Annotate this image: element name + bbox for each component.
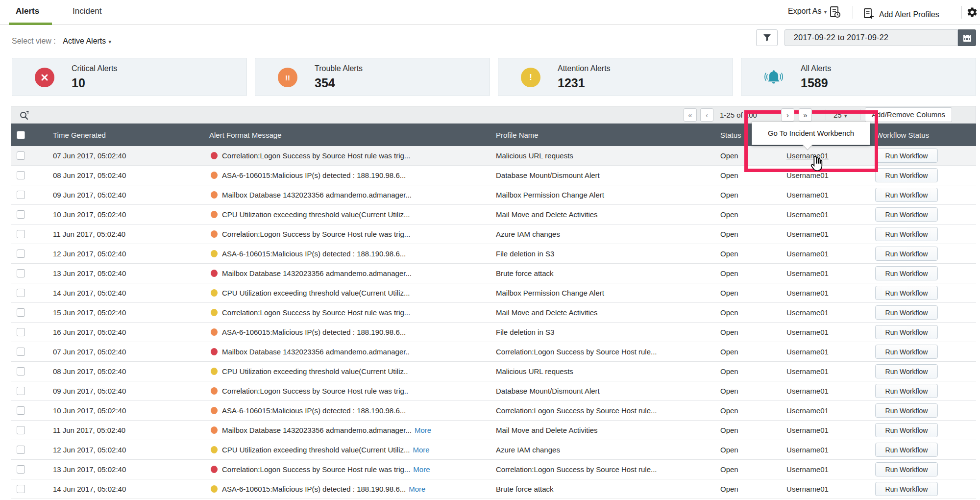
pagination-next-button[interactable]: › [781, 108, 794, 122]
technician-link[interactable]: Username01 [786, 191, 829, 199]
profile-name-cell: Azure IAM changes [492, 230, 715, 238]
row-checkbox[interactable] [17, 171, 25, 179]
alert-summary-cards: Critical Alerts 10 !! Trouble Alerts 354… [12, 58, 976, 96]
row-checkbox[interactable] [17, 367, 25, 375]
row-checkbox[interactable] [17, 230, 25, 238]
card-attention-alerts[interactable]: ! Attention Alerts 1231 [498, 58, 733, 96]
column-header-profile-name[interactable]: Profile Name [492, 131, 715, 139]
technician-link[interactable]: Username01 [786, 328, 829, 336]
calendar-button[interactable] [958, 29, 976, 46]
pagination-last-button[interactable]: » [799, 108, 812, 122]
export-as-button[interactable]: Export As▾ [788, 7, 827, 16]
run-workflow-button[interactable]: Run Workflow [875, 462, 938, 476]
tab-incident[interactable]: Incident [73, 6, 102, 16]
technician-link[interactable]: Username01 [786, 485, 829, 493]
run-workflow-button[interactable]: Run Workflow [875, 482, 938, 496]
run-workflow-button[interactable]: Run Workflow [875, 286, 938, 300]
row-checkbox[interactable] [17, 348, 25, 356]
row-checkbox[interactable] [17, 465, 25, 474]
status-cell: Open [715, 465, 755, 474]
row-checkbox[interactable] [17, 151, 25, 160]
divider [826, 109, 826, 120]
run-workflow-button[interactable]: Run Workflow [875, 149, 938, 163]
technician-link[interactable]: Username01 [786, 446, 829, 454]
row-checkbox[interactable] [17, 210, 25, 219]
technician-link[interactable]: Username01 [786, 308, 829, 317]
card-all-alerts[interactable]: All Alerts 1589 [741, 58, 976, 96]
search-icon[interactable] [18, 109, 31, 124]
row-checkbox[interactable] [17, 269, 25, 277]
alert-message-text: Mailbox Database 1432023356 admandemo.ad… [222, 191, 412, 199]
view-selector-value[interactable]: Active Alerts▾ [63, 37, 111, 45]
technician-link[interactable]: Username01 [786, 171, 829, 179]
run-workflow-button[interactable]: Run Workflow [875, 443, 938, 457]
run-workflow-button[interactable]: Run Workflow [875, 423, 938, 437]
pagination-prev-button[interactable]: ‹ [700, 108, 713, 122]
more-link[interactable]: More [409, 485, 425, 493]
more-link[interactable]: More [415, 426, 431, 434]
run-workflow-button[interactable]: Run Workflow [875, 247, 938, 261]
row-checkbox[interactable] [17, 328, 25, 336]
add-alert-profiles-button[interactable]: Add Alert Profiles [862, 7, 939, 20]
severity-dot-attention [211, 309, 218, 316]
run-workflow-button[interactable]: Run Workflow [875, 345, 938, 359]
alert-message-cell: CPU Utilization exceeding threshold valu… [199, 210, 492, 219]
run-workflow-button[interactable]: Run Workflow [875, 384, 938, 398]
technician-link[interactable]: Username01 [786, 151, 829, 160]
divider [860, 109, 860, 120]
pagination-first-button[interactable]: « [684, 108, 697, 122]
run-workflow-button[interactable]: Run Workflow [875, 227, 938, 241]
row-checkbox[interactable] [17, 289, 25, 297]
technician-link[interactable]: Username01 [786, 230, 829, 238]
alert-message-cell: ASA-6-106015:Malicious IP(s) detected : … [199, 328, 492, 336]
more-link[interactable]: More [413, 465, 430, 474]
technician-link[interactable]: Username01 [786, 269, 829, 277]
technician-link[interactable]: Username01 [786, 465, 829, 474]
page-size-dropdown[interactable]: 25▾ [833, 111, 847, 119]
technician-link[interactable]: Username01 [786, 210, 829, 219]
run-workflow-button[interactable]: Run Workflow [875, 325, 938, 339]
date-range-input[interactable]: 2017-09-22 to 2017-09-22 [784, 29, 958, 46]
run-workflow-button[interactable]: Run Workflow [875, 207, 938, 222]
profile-name-cell: Correlation:Logon Success by Source Host… [492, 348, 715, 356]
technician-link[interactable]: Username01 [786, 367, 829, 375]
run-workflow-button[interactable]: Run Workflow [875, 188, 938, 202]
time-generated-cell: 08 Jun 2017, 05:02:40 [42, 367, 199, 375]
row-checkbox[interactable] [17, 387, 25, 395]
column-header-time-generated[interactable]: Time Generated [42, 131, 199, 139]
row-checkbox[interactable] [17, 406, 25, 415]
status-cell: Open [715, 289, 755, 297]
profile-name-cell: Database Mount/Dismount Alert [492, 387, 715, 395]
row-checkbox[interactable] [17, 191, 25, 199]
add-remove-columns-button[interactable]: Add/Remove Columns [865, 107, 952, 122]
technician-link[interactable]: Username01 [786, 348, 829, 356]
column-header-alert-format-message[interactable]: Alert Format Message [199, 131, 492, 139]
more-link[interactable]: More [413, 446, 430, 454]
technician-link[interactable]: Username01 [786, 289, 829, 297]
run-workflow-button[interactable]: Run Workflow [875, 364, 938, 378]
severity-dot-trouble [211, 211, 218, 218]
run-workflow-button[interactable]: Run Workflow [875, 403, 938, 418]
technician-link[interactable]: Username01 [786, 250, 829, 258]
row-checkbox[interactable] [17, 426, 25, 434]
filter-button[interactable] [756, 29, 778, 46]
scheduled-export-icon[interactable] [828, 5, 842, 21]
row-checkbox[interactable] [17, 308, 25, 317]
row-checkbox[interactable] [17, 446, 25, 454]
settings-gear-icon[interactable] [966, 6, 978, 20]
alert-message-text: Correlation:Logon Success by Source Host… [222, 230, 410, 238]
row-checkbox[interactable] [17, 485, 25, 493]
card-trouble-alerts[interactable]: !! Trouble Alerts 354 [255, 58, 490, 96]
technician-link[interactable]: Username01 [786, 426, 829, 434]
run-workflow-button[interactable]: Run Workflow [875, 168, 938, 182]
card-critical-alerts[interactable]: Critical Alerts 10 [12, 58, 247, 96]
run-workflow-button[interactable]: Run Workflow [875, 266, 938, 280]
row-checkbox[interactable] [17, 250, 25, 258]
select-all-checkbox[interactable] [17, 131, 25, 139]
tab-alerts[interactable]: Alerts [16, 6, 39, 16]
column-header-status[interactable]: Status [715, 131, 755, 139]
run-workflow-button[interactable]: Run Workflow [875, 305, 938, 320]
column-header-workflow-status[interactable]: Workflow Status [860, 131, 976, 139]
technician-link[interactable]: Username01 [786, 406, 829, 415]
technician-link[interactable]: Username01 [786, 387, 829, 395]
